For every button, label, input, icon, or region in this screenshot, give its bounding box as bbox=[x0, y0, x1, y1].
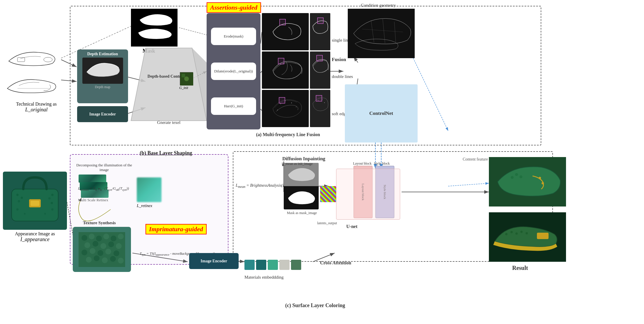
outer-dashed-box bbox=[70, 6, 541, 145]
input-sketches: Technical Drawing as L_original bbox=[3, 47, 70, 113]
svg-point-73 bbox=[116, 243, 122, 249]
diagram-container: Technical Drawing as L_original Depth Es… bbox=[0, 0, 644, 324]
surface-layer-title: (c) Surface Layer Coloring bbox=[285, 302, 345, 309]
technical-drawing-label: Technical Drawing as L_original bbox=[3, 102, 70, 113]
sketch-shoe2 bbox=[3, 72, 61, 99]
appearance-img-box bbox=[3, 172, 67, 230]
inpaint-shoe-img bbox=[284, 163, 319, 186]
assertions-guided-label: Assertions-guided bbox=[207, 2, 261, 13]
svg-point-63 bbox=[81, 235, 87, 241]
retinex-formula: Lretinex = Σk wk · (Tsyn/Gσk(Tsyn)) bbox=[78, 186, 136, 191]
lmean-init-label: L_mean as init_image bbox=[282, 162, 313, 166]
mat-color-5 bbox=[291, 260, 301, 270]
svg-point-64 bbox=[89, 234, 95, 239]
svg-point-56 bbox=[48, 197, 51, 200]
svg-point-52 bbox=[16, 194, 19, 196]
l-retinex-label: L_retinex bbox=[137, 204, 152, 208]
svg-point-54 bbox=[18, 200, 20, 202]
svg-rect-51 bbox=[31, 201, 39, 206]
svg-rect-29 bbox=[17, 58, 25, 62]
svg-point-98 bbox=[526, 232, 528, 234]
cross-attention-label: Cross Attention bbox=[320, 260, 351, 266]
svg-point-75 bbox=[90, 248, 95, 254]
diffusion-label: Diffusion Inpainting bbox=[282, 156, 325, 162]
imprimatura-guided-label: Imprimatura-guided bbox=[146, 224, 207, 234]
svg-point-96 bbox=[515, 232, 518, 235]
svg-point-95 bbox=[510, 231, 513, 233]
l-original-label: L_original bbox=[25, 107, 47, 113]
svg-point-67 bbox=[111, 236, 116, 241]
result-img1 bbox=[489, 157, 566, 206]
svg-point-76 bbox=[97, 250, 103, 256]
texture-synth-label: Texture Synthesis bbox=[83, 220, 116, 225]
mat-color-2 bbox=[256, 260, 266, 270]
svg-point-80 bbox=[94, 255, 100, 261]
content-feature-label: Content feature bbox=[463, 157, 488, 162]
mat-color-3 bbox=[268, 260, 278, 270]
svg-point-90 bbox=[515, 173, 518, 176]
inpaint-input-label: Mask as mask_image bbox=[279, 211, 324, 215]
materials-area bbox=[244, 256, 311, 273]
svg-rect-93 bbox=[537, 233, 549, 239]
layout-block-label-top: Layout block bbox=[353, 161, 372, 166]
svg-point-59 bbox=[51, 208, 54, 211]
svg-point-91 bbox=[519, 175, 522, 178]
l-retinex-img bbox=[137, 177, 162, 202]
svg-point-69 bbox=[84, 242, 90, 248]
unet-background-block bbox=[336, 169, 400, 220]
sketch-shoe1 bbox=[3, 47, 61, 70]
svg-point-81 bbox=[102, 257, 108, 263]
base-layer-title: (b) Base Layer Shaping bbox=[140, 150, 192, 156]
svg-point-97 bbox=[520, 231, 523, 233]
svg-point-28 bbox=[44, 57, 52, 62]
mat-color-4 bbox=[279, 260, 290, 270]
result-label: Result bbox=[512, 265, 528, 271]
inpaint-input-box bbox=[284, 163, 319, 209]
svg-point-65 bbox=[96, 236, 102, 241]
multi-scale-label: Multi Scale Retinex bbox=[78, 198, 108, 202]
svg-point-57 bbox=[51, 202, 53, 204]
materials-label: Materials embeddding bbox=[244, 275, 284, 280]
svg-point-83 bbox=[118, 258, 124, 264]
svg-point-94 bbox=[505, 233, 508, 235]
svg-point-87 bbox=[539, 177, 541, 179]
texture-synth-box bbox=[73, 227, 131, 272]
svg-point-71 bbox=[100, 243, 106, 249]
svg-point-58 bbox=[16, 208, 19, 211]
result-img2 bbox=[489, 212, 566, 262]
svg-point-74 bbox=[81, 250, 87, 255]
svg-point-78 bbox=[113, 250, 119, 256]
svg-point-68 bbox=[118, 234, 124, 239]
appearance-label: Appearance Image as I_appearance bbox=[3, 231, 67, 243]
svg-point-61 bbox=[24, 213, 26, 215]
svg-point-72 bbox=[108, 241, 114, 247]
svg-point-82 bbox=[110, 256, 116, 262]
svg-point-89 bbox=[511, 176, 514, 179]
unet-label: U-net bbox=[346, 224, 357, 229]
svg-point-70 bbox=[93, 241, 98, 247]
mat-color-1 bbox=[244, 260, 255, 270]
svg-point-66 bbox=[103, 234, 109, 239]
decompose-label: Decomposing the illumination of the imag… bbox=[75, 163, 133, 172]
svg-point-77 bbox=[105, 249, 111, 254]
inpaint-mask-img bbox=[284, 186, 319, 209]
svg-point-53 bbox=[21, 197, 23, 199]
svg-point-88 bbox=[542, 182, 544, 184]
svg-point-60 bbox=[44, 213, 46, 215]
latents-label: latents_output bbox=[317, 221, 337, 225]
svg-point-79 bbox=[86, 257, 92, 263]
svg-point-55 bbox=[51, 194, 54, 196]
img-encoder-bottom: Image Encoder bbox=[189, 253, 239, 269]
latents-output-box bbox=[320, 186, 336, 202]
style-block-label-top: Style block bbox=[374, 161, 390, 166]
